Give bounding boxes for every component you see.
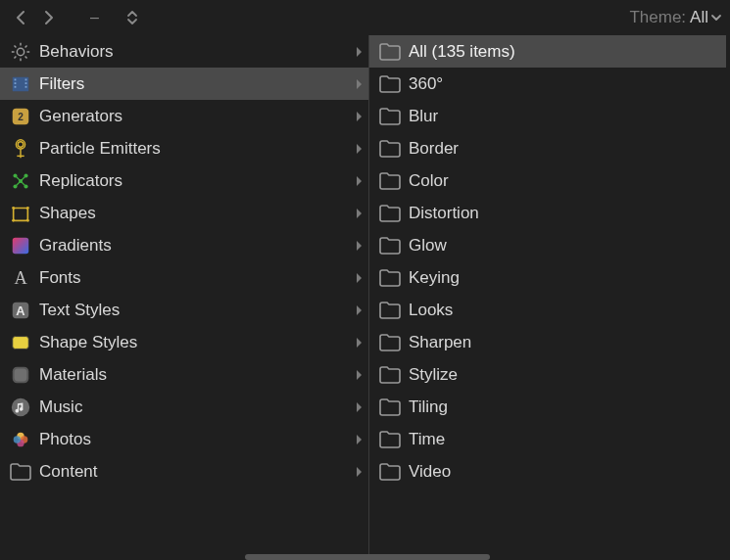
chevron-right-icon bbox=[355, 143, 363, 155]
subcategory-label: Keying bbox=[409, 268, 720, 288]
category-label: Behaviors bbox=[39, 42, 355, 62]
subcategory-row[interactable]: Stylize bbox=[369, 358, 726, 391]
horizontal-scrollbar[interactable] bbox=[245, 554, 490, 560]
category-row[interactable]: Shapes bbox=[0, 197, 368, 229]
chevron-right-icon bbox=[355, 240, 363, 252]
subcategory-row[interactable]: Distortion bbox=[369, 197, 726, 229]
subcategory-row[interactable]: Sharpen bbox=[369, 326, 726, 358]
chevron-right-icon bbox=[355, 401, 363, 413]
photos-icon bbox=[8, 427, 33, 452]
folder-icon bbox=[377, 71, 403, 97]
category-row[interactable]: Behaviors bbox=[0, 35, 368, 68]
subcategory-row[interactable]: Blur bbox=[369, 100, 726, 132]
category-row[interactable]: Gradients bbox=[0, 229, 368, 261]
category-label: Fonts bbox=[39, 268, 355, 288]
category-label: Replicators bbox=[39, 171, 355, 191]
svg-line-21 bbox=[16, 181, 22, 187]
category-label: Shape Styles bbox=[39, 333, 355, 352]
folder-icon bbox=[377, 427, 403, 452]
chevron-right-icon bbox=[355, 208, 363, 219]
subcategory-label: Tiling bbox=[409, 397, 720, 417]
svg-rect-5 bbox=[25, 78, 27, 80]
subcategory-column: All (135 items)360°BlurBorderColorDistor… bbox=[369, 35, 726, 560]
textstyles-icon: A bbox=[8, 298, 33, 323]
stepper[interactable] bbox=[126, 9, 138, 26]
svg-text:A: A bbox=[16, 303, 24, 317]
subcategory-row[interactable]: Video bbox=[369, 455, 726, 488]
chevron-right-icon bbox=[355, 175, 363, 187]
svg-point-24 bbox=[12, 207, 15, 210]
svg-point-10 bbox=[18, 141, 24, 147]
category-row[interactable]: Music bbox=[0, 391, 368, 423]
folder-icon bbox=[377, 233, 403, 258]
nav-forward-button[interactable] bbox=[37, 6, 61, 29]
svg-point-25 bbox=[26, 207, 29, 210]
emitter-icon bbox=[8, 136, 33, 162]
category-row[interactable]: Content bbox=[0, 455, 368, 488]
folder-icon bbox=[377, 395, 403, 420]
theme-label: Theme: bbox=[629, 8, 686, 27]
folder-icon bbox=[377, 104, 403, 129]
subcategory-row[interactable]: Tiling bbox=[369, 391, 726, 423]
theme-value[interactable]: All bbox=[690, 8, 708, 27]
subcategory-row[interactable]: Border bbox=[369, 132, 726, 164]
gear-icon bbox=[8, 39, 33, 65]
category-row[interactable]: Particle Emitters bbox=[0, 132, 368, 164]
category-label: Particle Emitters bbox=[39, 139, 355, 159]
svg-point-27 bbox=[26, 218, 29, 221]
svg-text:A: A bbox=[14, 268, 27, 288]
category-row[interactable]: AText Styles bbox=[0, 294, 368, 326]
subcategory-row[interactable]: Glow bbox=[369, 229, 726, 261]
replicator-icon bbox=[8, 168, 33, 194]
filmstrip-icon bbox=[8, 71, 33, 97]
svg-point-26 bbox=[12, 218, 15, 221]
svg-line-19 bbox=[16, 175, 22, 181]
shapes-icon bbox=[8, 201, 33, 226]
category-row[interactable]: Replicators bbox=[0, 164, 368, 197]
folder-icon bbox=[377, 201, 403, 226]
nav-back-button[interactable] bbox=[8, 6, 31, 29]
category-row[interactable]: 2Generators bbox=[0, 100, 368, 132]
chevron-right-icon bbox=[355, 272, 363, 284]
svg-rect-3 bbox=[15, 82, 17, 84]
subcategory-row[interactable]: Keying bbox=[369, 261, 726, 294]
category-row[interactable]: AFonts bbox=[0, 261, 368, 294]
subcategory-row[interactable]: Time bbox=[369, 423, 726, 455]
subcategory-label: 360° bbox=[409, 74, 720, 94]
chevron-right-icon bbox=[355, 434, 363, 445]
subcategory-row[interactable]: All (135 items) bbox=[369, 35, 726, 68]
category-label: Generators bbox=[39, 107, 355, 126]
folder-icon bbox=[377, 168, 403, 194]
subcategory-label: All (135 items) bbox=[409, 42, 720, 62]
toolbar: – Theme: All bbox=[0, 0, 730, 35]
folder-icon bbox=[377, 459, 403, 485]
subcategory-label: Border bbox=[409, 139, 720, 159]
category-label: Music bbox=[39, 397, 355, 417]
svg-rect-23 bbox=[14, 208, 28, 220]
gradients-icon bbox=[8, 233, 33, 258]
materials-icon bbox=[8, 362, 33, 388]
subcategory-label: Looks bbox=[409, 301, 720, 320]
category-label: Filters bbox=[39, 74, 355, 94]
subcategory-label: Glow bbox=[409, 236, 720, 256]
subcategory-row[interactable]: 360° bbox=[369, 68, 726, 100]
folder-icon bbox=[377, 362, 403, 388]
category-row[interactable]: Materials bbox=[0, 358, 368, 391]
subcategory-row[interactable]: Color bbox=[369, 164, 726, 197]
svg-point-0 bbox=[17, 48, 24, 55]
category-label: Materials bbox=[39, 365, 355, 385]
folder-icon bbox=[377, 330, 403, 355]
theme-dropdown-caret[interactable] bbox=[710, 8, 722, 27]
category-label: Photos bbox=[39, 430, 355, 449]
svg-rect-28 bbox=[13, 237, 29, 254]
category-column: BehaviorsFilters2GeneratorsParticle Emit… bbox=[0, 35, 369, 560]
category-row[interactable]: Photos bbox=[0, 423, 368, 455]
chevron-right-icon bbox=[355, 304, 363, 316]
subcategory-row[interactable]: Looks bbox=[369, 294, 726, 326]
subcategory-label: Distortion bbox=[409, 204, 720, 223]
category-row[interactable]: Shape Styles bbox=[0, 326, 368, 358]
category-row[interactable]: Filters bbox=[0, 68, 368, 100]
subcategory-label: Sharpen bbox=[409, 333, 720, 352]
svg-rect-4 bbox=[15, 85, 17, 87]
svg-rect-6 bbox=[25, 82, 27, 84]
